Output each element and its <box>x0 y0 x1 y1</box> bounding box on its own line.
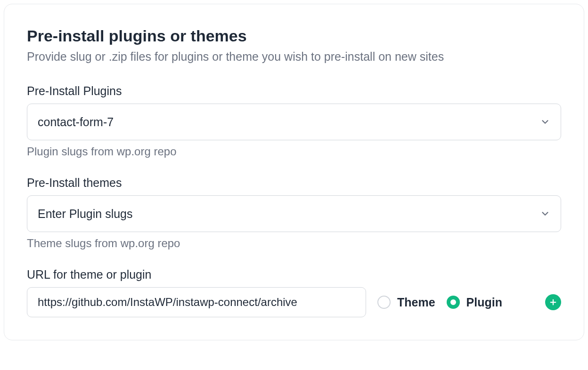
themes-select-placeholder: Enter Plugin slugs <box>38 207 133 221</box>
plugins-help: Plugin slugs from wp.org repo <box>27 145 561 158</box>
url-input[interactable] <box>27 287 366 317</box>
radio-theme[interactable]: Theme <box>377 296 435 309</box>
radio-plugin[interactable]: Plugin <box>447 296 502 309</box>
chevron-down-icon <box>540 117 550 127</box>
radio-plugin-label: Plugin <box>466 296 502 309</box>
plugins-label: Pre-Install Plugins <box>27 84 561 98</box>
themes-label: Pre-Install themes <box>27 176 561 190</box>
themes-field-group: Pre-Install themes Enter Plugin slugs Th… <box>27 176 561 250</box>
page-title: Pre-install plugins or themes <box>27 27 561 45</box>
page-subtitle: Provide slug or .zip files for plugins o… <box>27 50 561 64</box>
plugins-field-group: Pre-Install Plugins contact-form-7 Plugi… <box>27 84 561 158</box>
add-button[interactable] <box>545 294 561 310</box>
themes-help: Theme slugs from wp.org repo <box>27 237 561 250</box>
url-label: URL for theme or plugin <box>27 268 561 282</box>
radio-circle-plugin <box>447 296 460 309</box>
url-row: Theme Plugin <box>27 287 561 317</box>
url-field-group: URL for theme or plugin Theme Plugin <box>27 268 561 317</box>
chevron-down-icon <box>540 209 550 219</box>
themes-select[interactable]: Enter Plugin slugs <box>27 195 561 232</box>
radio-circle-theme <box>377 296 391 309</box>
radio-theme-label: Theme <box>397 296 435 309</box>
plugins-select-value: contact-form-7 <box>38 115 114 129</box>
plugins-select[interactable]: contact-form-7 <box>27 104 561 140</box>
preinstall-card: Pre-install plugins or themes Provide sl… <box>4 4 584 340</box>
plus-icon <box>549 298 557 306</box>
